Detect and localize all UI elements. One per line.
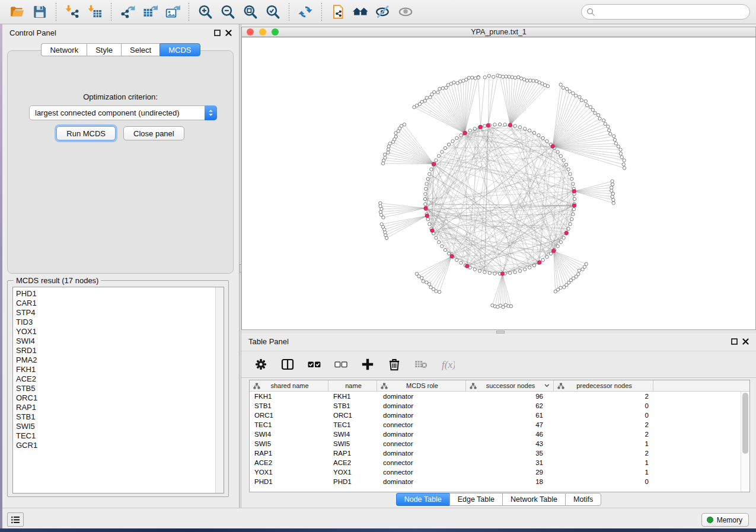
mcds-result-item[interactable]: STB1 <box>16 412 224 422</box>
memory-label: Memory <box>717 516 742 524</box>
run-mcds-button[interactable]: Run MCDS <box>56 126 116 140</box>
function-builder-icon: f(x) <box>441 357 455 371</box>
mcds-result-item[interactable]: CAR1 <box>16 299 224 308</box>
deselect-all-button[interactable] <box>332 355 350 373</box>
column-header-MCDS-role[interactable]: MCDS role <box>377 380 466 391</box>
mcds-result-item[interactable]: PHD1 <box>16 289 224 299</box>
node-table[interactable]: shared namenameMCDS rolesuccessor nodesp… <box>249 380 750 492</box>
export-network-button[interactable] <box>117 2 138 21</box>
cell <box>653 448 749 458</box>
mcds-result-list[interactable]: PHD1CAR1STP4TID3YOX1SWI4SRD1PMA2FKH1ACE2… <box>12 287 224 493</box>
cell: connector <box>377 458 466 467</box>
column-header-name[interactable]: name <box>328 380 377 391</box>
mcds-result-item[interactable]: RAP1 <box>16 403 224 412</box>
toolbar-separator <box>289 3 289 21</box>
zoom-fit-button[interactable] <box>240 2 260 21</box>
mcds-result-item[interactable]: TID3 <box>16 318 224 327</box>
import-table-button[interactable] <box>85 2 105 21</box>
table-row-YOX1[interactable]: YOX1YOX1connector291 <box>250 467 749 477</box>
import-network-button[interactable] <box>62 2 82 21</box>
export-table-button[interactable] <box>140 2 160 21</box>
toolbar-separator <box>111 3 111 21</box>
tab-network[interactable]: Network <box>41 43 87 56</box>
hide-selected-button[interactable] <box>373 2 393 21</box>
tab-edge-table[interactable]: Edge Table <box>449 493 502 506</box>
column-header-predecessor-nodes[interactable]: predecessor nodes <box>554 380 653 391</box>
search-input[interactable] <box>598 6 745 18</box>
zoom-out-button[interactable] <box>218 2 238 21</box>
search-box[interactable] <box>581 4 750 20</box>
cell: TEC1 <box>328 420 377 430</box>
cell: connector <box>377 467 466 477</box>
split-panel-button[interactable] <box>279 355 296 373</box>
refresh-view-button[interactable] <box>295 2 315 21</box>
table-row-RAP1[interactable]: RAP1RAP1dominator352 <box>250 448 749 458</box>
mcds-result-item[interactable]: STB5 <box>16 384 224 393</box>
close-mcds-panel-button[interactable]: Close panel <box>123 126 184 140</box>
table-row-STB1[interactable]: STB1STB1dominator620 <box>250 401 749 411</box>
table-row-FKH1[interactable]: FKH1FKH1dominator962 <box>250 392 749 401</box>
delete-table-icon <box>414 357 428 371</box>
delete-table-button[interactable] <box>412 355 430 373</box>
table-row-PHD1[interactable]: PHD1PHD1dominator180 <box>250 477 749 486</box>
mcds-result-item[interactable]: YOX1 <box>16 327 224 336</box>
tab-node-table[interactable]: Node Table <box>396 493 449 506</box>
control-panel-title: Control Panel <box>9 28 56 37</box>
memory-button[interactable]: Memory <box>701 513 749 527</box>
delete-column-button[interactable] <box>385 355 403 373</box>
zoom-selected-icon <box>265 4 280 20</box>
function-builder-button[interactable]: f(x) <box>439 355 457 373</box>
toolbar-icon-groups <box>6 2 417 21</box>
mcds-result-item[interactable]: ACE2 <box>16 374 224 384</box>
show-all-button[interactable] <box>395 2 416 21</box>
mcds-result-item[interactable]: FKH1 <box>16 365 224 374</box>
column-header-shared-name[interactable]: shared name <box>250 380 328 391</box>
cell: dominator <box>377 448 466 458</box>
mcds-result-item[interactable]: TEC1 <box>16 431 224 441</box>
network-canvas[interactable] <box>242 38 755 329</box>
mcds-result-item[interactable]: ORC1 <box>16 393 224 403</box>
zoom-out-icon <box>220 4 235 20</box>
table-row-ORC1[interactable]: ORC1ORC1dominator610 <box>250 411 749 420</box>
mcds-result-item[interactable]: SRD1 <box>16 346 224 355</box>
tab-style[interactable]: Style <box>87 43 121 56</box>
column-header-successor-nodes[interactable]: successor nodes <box>466 380 554 391</box>
tab-select[interactable]: Select <box>121 43 160 56</box>
table-row-ACE2[interactable]: ACE2ACE2connector311 <box>250 458 749 467</box>
clone-network-button[interactable] <box>328 2 348 21</box>
zoom-in-button[interactable] <box>195 2 215 21</box>
mcds-result-item[interactable]: STP4 <box>16 308 224 318</box>
table-scrollbar[interactable] <box>741 392 749 492</box>
task-history-button[interactable] <box>7 512 24 527</box>
zoom-selected-button[interactable] <box>263 2 283 21</box>
table-row-TEC1[interactable]: TEC1TEC1connector472 <box>250 420 749 430</box>
close-panel-button[interactable] <box>742 338 749 345</box>
open-file-button[interactable] <box>7 2 27 21</box>
table-row-SWI5[interactable]: SWI5SWI5connector431 <box>250 439 749 448</box>
criterion-dropdown[interactable]: largest connected component (undirected) <box>29 105 217 120</box>
tab-motifs[interactable]: Motifs <box>565 493 601 506</box>
close-panel-button[interactable] <box>225 30 232 36</box>
scrollbar-thumb[interactable] <box>742 393 748 454</box>
save-session-button[interactable] <box>30 2 50 21</box>
cell: PHD1 <box>250 477 328 486</box>
table-panel-title: Table Panel <box>248 337 289 346</box>
export-image-button[interactable] <box>162 2 183 21</box>
cell: 1 <box>554 467 653 477</box>
network-window-titlebar[interactable]: YPA_prune.txt_1 <box>242 27 755 37</box>
float-panel-button[interactable] <box>214 30 221 36</box>
mcds-result-item[interactable]: PMA2 <box>16 355 224 365</box>
close-icon <box>225 30 232 36</box>
select-all-button[interactable] <box>305 355 323 373</box>
mcds-result-item[interactable]: GCR1 <box>16 441 224 450</box>
add-column-button[interactable] <box>359 355 377 373</box>
float-panel-button[interactable] <box>731 338 738 345</box>
table-row-SWI4[interactable]: SWI4SWI4dominator462 <box>250 430 749 439</box>
table-settings-button[interactable] <box>252 355 270 373</box>
mcds-result-item[interactable]: SWI5 <box>16 422 224 431</box>
first-neighbors-button[interactable] <box>350 2 371 21</box>
mcds-result-item[interactable]: SWI4 <box>16 336 224 346</box>
tab-mcds[interactable]: MCDS <box>160 43 200 56</box>
tab-network-table[interactable]: Network Table <box>502 493 565 506</box>
mcds-list-scrollbar[interactable] <box>215 287 224 493</box>
